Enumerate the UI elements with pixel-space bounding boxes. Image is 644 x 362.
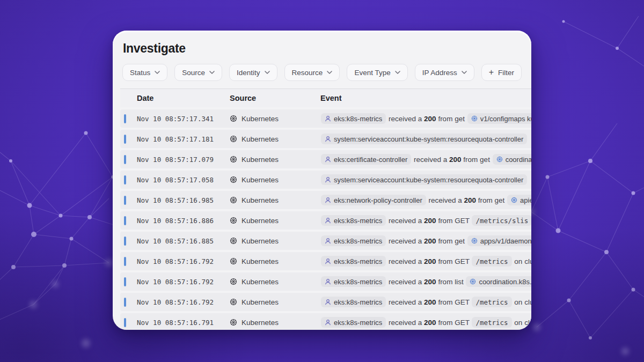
status-code: 200	[424, 217, 436, 225]
identity-chip: eks:k8s-metrics	[321, 215, 386, 226]
user-icon	[325, 197, 331, 203]
severity-indicator	[124, 257, 126, 266]
filter-dropdown-event-type[interactable]: Event Type	[347, 64, 407, 81]
severity-indicator	[124, 277, 126, 286]
filter-bar: Status Source Identity Resource Event Ty…	[122, 64, 531, 81]
kubernetes-icon	[471, 115, 478, 122]
table-row[interactable]: Nov 10 08:57:16.885 Kubernetes eks:k8s-m…	[120, 232, 531, 250]
event-text: received a	[386, 237, 424, 245]
severity-indicator	[124, 237, 126, 246]
table-row[interactable]: Nov 10 08:57:17.181 Kubernetes system:se…	[120, 130, 531, 148]
event-date: Nov 10 08:57:16.792	[137, 278, 230, 286]
status-code: 200	[424, 257, 436, 265]
filter-dropdown-label: Event Type	[354, 69, 390, 77]
event-source-label: Kubernetes	[241, 115, 279, 123]
identity-chip: eks:k8s-metrics	[321, 317, 386, 328]
event-source: Kubernetes	[230, 278, 320, 286]
status-code: 200	[424, 237, 436, 245]
chevron-down-icon	[209, 71, 215, 74]
table-row[interactable]: Nov 10 08:57:16.792 Kubernetes eks:k8s-m…	[120, 293, 531, 311]
table-row[interactable]: Nov 10 08:57:17.079 Kubernetes eks:certi…	[120, 150, 531, 168]
kubernetes-icon	[230, 115, 237, 122]
user-icon	[325, 217, 331, 224]
event-text: received a	[412, 156, 449, 164]
kubernetes-icon	[230, 319, 237, 326]
event-source: Kubernetes	[230, 156, 320, 164]
identity-chip: system:serviceaccount:kube-system:resour…	[321, 174, 527, 185]
user-icon	[325, 319, 331, 326]
user-icon	[325, 115, 331, 122]
event-text: from get	[436, 237, 467, 245]
status-code: 200	[449, 156, 462, 164]
event-description: eks:k8s-metrics received a 200 from GET …	[320, 215, 531, 226]
kubernetes-icon	[230, 156, 237, 163]
filter-dropdown-status[interactable]: Status	[122, 64, 167, 81]
chip-label: apps/v1/daemonsets	[480, 237, 531, 245]
table-row[interactable]: Nov 10 08:57:16.985 Kubernetes eks:netwo…	[120, 191, 531, 209]
event-source: Kubernetes	[230, 196, 320, 204]
filter-dropdown-source[interactable]: Source	[174, 64, 222, 81]
event-source: Kubernetes	[230, 115, 320, 123]
event-description: eks:k8s-metrics received a 200 from get …	[320, 113, 531, 124]
column-header-source: Source	[230, 94, 320, 102]
event-text: from GET	[436, 257, 472, 265]
kubernetes-icon	[230, 237, 237, 245]
severity-indicator	[124, 114, 126, 123]
event-text: received a	[386, 115, 424, 123]
chip-label: coordination.k8s.io	[479, 278, 531, 286]
table-row[interactable]: Nov 10 08:57:16.886 Kubernetes eks:k8s-m…	[120, 211, 531, 230]
filter-dropdown-identity[interactable]: Identity	[229, 64, 277, 81]
event-text: from GET	[436, 298, 472, 306]
event-source-label: Kubernetes	[241, 217, 279, 225]
event-source-label: Kubernetes	[241, 176, 279, 184]
table-row[interactable]: Nov 10 08:57:17.058 Kubernetes system:se…	[120, 171, 531, 189]
chevron-down-icon	[327, 71, 332, 74]
event-source-label: Kubernetes	[241, 257, 279, 265]
table-row[interactable]: Nov 10 08:57:16.792 Kubernetes eks:k8s-m…	[120, 272, 531, 291]
plus-icon: +	[489, 68, 494, 77]
chevron-down-icon	[395, 71, 400, 74]
user-icon	[325, 136, 331, 142]
kubernetes-icon	[496, 156, 503, 162]
chip-label: eks:k8s-metrics	[334, 278, 382, 286]
filter-dropdown-resource[interactable]: Resource	[284, 64, 340, 81]
table-row[interactable]: Nov 10 08:57:16.792 Kubernetes eks:k8s-m…	[120, 252, 531, 270]
kubernetes-icon	[471, 238, 478, 244]
chip-label: v1/configmaps kube-system	[480, 115, 531, 123]
user-icon	[325, 176, 331, 183]
filter-dropdown-label: Identity	[237, 69, 260, 77]
status-code: 200	[424, 278, 436, 286]
event-source: Kubernetes	[230, 298, 320, 306]
resource-chip: coordination	[493, 154, 531, 165]
event-text: on cluster	[513, 319, 531, 327]
filter-dropdown-ip-address[interactable]: IP Address	[415, 64, 474, 81]
event-date: Nov 10 08:57:16.792	[137, 257, 230, 265]
table-row[interactable]: Nov 10 08:57:16.791 Kubernetes eks:k8s-m…	[120, 313, 531, 330]
event-description: eks:k8s-metrics received a 200 from GET …	[320, 317, 531, 328]
path-chip: /metrics	[472, 297, 511, 307]
chip-label: system:serviceaccount:kube-system:resour…	[334, 135, 523, 143]
event-source: Kubernetes	[230, 176, 320, 184]
kubernetes-icon	[511, 197, 517, 203]
identity-chip: eks:k8s-metrics	[321, 235, 386, 246]
events-table: Date Source Event Nov 10 08:57:17.341 Ku…	[120, 88, 531, 330]
event-date: Nov 10 08:57:17.181	[137, 135, 230, 143]
add-filter-button[interactable]: + Filter	[481, 64, 522, 81]
event-description: eks:k8s-metrics received a 200 from GET …	[320, 297, 531, 307]
chip-label: eks:k8s-metrics	[334, 298, 382, 306]
severity-indicator	[124, 216, 126, 225]
event-source: Kubernetes	[230, 257, 320, 265]
table-row[interactable]: Nov 10 08:57:17.341 Kubernetes eks:k8s-m…	[120, 109, 531, 128]
identity-chip: eks:certificate-controller	[321, 154, 411, 165]
event-source-label: Kubernetes	[241, 237, 279, 245]
event-date: Nov 10 08:57:17.058	[137, 176, 230, 184]
path-chip: /metrics/slis	[472, 215, 531, 226]
event-source-label: Kubernetes	[241, 156, 279, 164]
user-icon	[325, 258, 331, 264]
resource-chip: apps/v1/daemonsets	[467, 235, 531, 246]
identity-chip: eks:k8s-metrics	[321, 276, 386, 287]
chip-label: eks:k8s-metrics	[334, 257, 382, 265]
investigate-panel: Investigate Status Source Identity Resou…	[113, 31, 531, 330]
event-date: Nov 10 08:57:16.985	[137, 196, 230, 204]
event-text: from get	[462, 156, 492, 164]
